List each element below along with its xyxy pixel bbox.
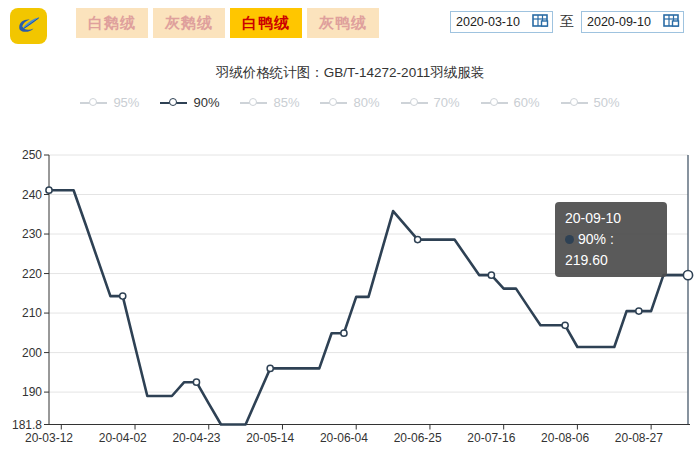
tab-white-goose-down[interactable]: 白鹅绒 bbox=[76, 8, 148, 38]
legend-item-60[interactable]: 60% bbox=[481, 95, 540, 110]
price-line bbox=[49, 190, 688, 424]
tab-grey-goose-down[interactable]: 灰鹅绒 bbox=[153, 8, 225, 38]
line-circle-marker-icon bbox=[80, 98, 107, 107]
x-axis-label: 20-07-16 bbox=[467, 431, 515, 445]
calendar-icon[interactable] bbox=[663, 13, 680, 31]
x-axis-label: 20-03-12 bbox=[25, 431, 73, 445]
y-axis-label: 210 bbox=[22, 306, 42, 320]
tab-grey-duck-down[interactable]: 灰鸭绒 bbox=[307, 8, 379, 38]
data-point-marker bbox=[562, 322, 568, 328]
end-date-input[interactable]: 2020-09-10 bbox=[581, 11, 684, 33]
legend-item-90[interactable]: 90% bbox=[160, 95, 219, 110]
date-range-picker: 2020-03-10 至 2020-09-10 bbox=[450, 11, 684, 33]
start-date-input[interactable]: 2020-03-10 bbox=[450, 11, 553, 33]
line-circle-marker-icon bbox=[320, 98, 347, 107]
x-axis-label: 20-05-14 bbox=[246, 431, 294, 445]
calendar-icon[interactable] bbox=[532, 13, 549, 31]
chart-title: 羽绒价格统计图：GB/T-14272-2011羽绒服装 bbox=[0, 64, 700, 82]
data-point-marker bbox=[46, 187, 52, 193]
x-axis-label: 20-08-27 bbox=[615, 431, 663, 445]
category-tabs: 白鹅绒 灰鹅绒 白鸭绒 灰鸭绒 bbox=[76, 8, 379, 38]
tab-white-duck-down[interactable]: 白鸭绒 bbox=[230, 8, 302, 38]
line-circle-marker-icon bbox=[561, 98, 588, 107]
y-axis-label: 240 bbox=[22, 188, 42, 202]
date-separator-label: 至 bbox=[560, 13, 574, 31]
data-point-marker bbox=[120, 293, 126, 299]
line-circle-marker-icon bbox=[240, 98, 267, 107]
x-axis-label: 20-06-25 bbox=[394, 431, 442, 445]
y-axis-label: 200 bbox=[22, 346, 42, 360]
legend-item-85[interactable]: 85% bbox=[240, 95, 299, 110]
chart-legend: 95% 90% 85% 80% 70% 60% 50% bbox=[0, 95, 700, 110]
start-date-value: 2020-03-10 bbox=[456, 15, 520, 29]
data-point-marker bbox=[488, 272, 494, 278]
x-axis-label: 20-04-02 bbox=[99, 431, 147, 445]
x-axis-label: 20-04-23 bbox=[172, 431, 220, 445]
x-axis-label: 20-06-04 bbox=[320, 431, 368, 445]
y-axis-label: 220 bbox=[22, 267, 42, 281]
data-point-marker bbox=[267, 365, 273, 371]
data-point-marker bbox=[415, 236, 421, 242]
line-circle-marker-icon bbox=[481, 98, 508, 107]
end-date-value: 2020-09-10 bbox=[587, 15, 651, 29]
feather-pen-icon bbox=[14, 9, 44, 43]
site-logo bbox=[10, 8, 47, 44]
y-axis-label: 190 bbox=[22, 385, 42, 399]
legend-item-50[interactable]: 50% bbox=[561, 95, 620, 110]
data-point-marker bbox=[636, 308, 642, 314]
y-axis-label: 181.8 bbox=[12, 418, 42, 432]
data-point-marker bbox=[341, 330, 347, 336]
x-axis-label: 20-08-06 bbox=[541, 431, 589, 445]
data-point-marker bbox=[193, 379, 199, 385]
line-circle-marker-icon bbox=[401, 98, 428, 107]
legend-item-95[interactable]: 95% bbox=[80, 95, 139, 110]
legend-item-80[interactable]: 80% bbox=[320, 95, 379, 110]
y-axis-label: 250 bbox=[22, 148, 42, 162]
line-circle-marker-icon bbox=[160, 98, 187, 107]
highlighted-point bbox=[683, 271, 692, 280]
y-axis-label: 230 bbox=[22, 227, 42, 241]
legend-item-70[interactable]: 70% bbox=[401, 95, 460, 110]
